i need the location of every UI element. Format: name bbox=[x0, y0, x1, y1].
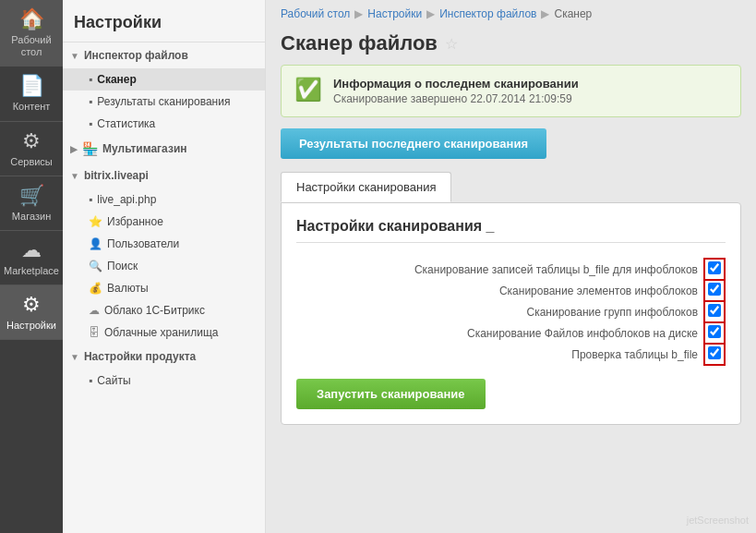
tree-group-header-liveapi[interactable]: ▼ bitrix.liveapi bbox=[63, 163, 265, 188]
breadcrumb-inspector[interactable]: Инспектор файлов bbox=[439, 7, 536, 20]
checkbox-label-4: Проверка таблицы b_file bbox=[296, 344, 704, 365]
tab-scan-settings[interactable]: Настройки сканирования bbox=[281, 172, 451, 202]
arrow-product-settings: ▼ bbox=[70, 352, 79, 362]
checkboxes-table: Сканирование записей таблицы b_file для … bbox=[296, 258, 726, 366]
tree-item-cloud-storage[interactable]: 🗄 Облачные хранилища bbox=[63, 321, 265, 344]
favorite-star-icon[interactable]: ☆ bbox=[445, 35, 458, 53]
breadcrumb-desktop[interactable]: Рабочий стол bbox=[281, 7, 350, 20]
checkbox-1[interactable] bbox=[708, 283, 721, 296]
breadcrumb-settings[interactable]: Настройки bbox=[367, 7, 422, 20]
tree-item-label-cloud-bitrix: Облако 1С-Битрикс bbox=[104, 304, 205, 317]
arrow-inspector: ▼ bbox=[70, 51, 79, 61]
marketplace-icon: ☁ bbox=[21, 238, 42, 262]
checkbox-2[interactable] bbox=[708, 304, 721, 317]
watermark: jetScreenshot bbox=[687, 515, 749, 526]
tree-group-liveapi: ▼ bitrix.liveapi ▪ live_api.php ⭐ Избран… bbox=[63, 163, 265, 344]
checkbox-label-2: Сканирование групп инфоблоков bbox=[296, 301, 704, 322]
checkbox-cell-3 bbox=[704, 322, 725, 344]
tree-item-label-sites: Сайты bbox=[97, 374, 130, 387]
sidebar-item-settings[interactable]: ⚙ Настройки bbox=[0, 285, 63, 340]
sidebar-label-desktop: Рабочий стол bbox=[4, 34, 59, 58]
main-area: Настройки ▼ Инспектор файлов ▪ Сканер ▪ … bbox=[63, 0, 756, 533]
info-title: Информация о последнем сканировании bbox=[333, 77, 579, 91]
tree-item-label-cloud-storage: Облачные хранилища bbox=[104, 326, 219, 339]
page-title: Сканер файлов bbox=[281, 31, 438, 55]
tree-item-label-search: Поиск bbox=[107, 260, 138, 273]
tree-panel: Настройки ▼ Инспектор файлов ▪ Сканер ▪ … bbox=[63, 0, 266, 533]
breadcrumb-sep-3: ▶ bbox=[541, 7, 549, 20]
checkbox-cell-4 bbox=[704, 344, 725, 365]
sidebar-item-content[interactable]: 📄 Контент bbox=[0, 67, 63, 121]
breadcrumb: Рабочий стол ▶ Настройки ▶ Инспектор фай… bbox=[266, 0, 756, 28]
checkbox-label-3: Сканирование Файлов инфоблоков на диске bbox=[296, 322, 704, 344]
info-box: ✅ Информация о последнем сканировании Ск… bbox=[281, 65, 741, 117]
content-icon: 📄 bbox=[19, 74, 44, 98]
tree-item-label-liveapi-php: live_api.php bbox=[97, 193, 156, 206]
checkbox-label-0: Сканирование записей таблицы b_file для … bbox=[296, 259, 704, 280]
checkbox-row-2: Сканирование групп инфоблоков bbox=[296, 301, 725, 322]
sidebar-item-shop[interactable]: 🛒 Магазин bbox=[0, 176, 63, 231]
tree-item-liveapi-php[interactable]: ▪ live_api.php bbox=[63, 188, 265, 211]
tree-item-label-currencies: Валюты bbox=[107, 282, 149, 295]
scanner-icon: ▪ bbox=[89, 73, 92, 86]
sidebar-label-marketplace: Marketplace bbox=[4, 265, 59, 277]
sidebar-item-desktop[interactable]: 🏠 Рабочий стол bbox=[0, 0, 63, 67]
tree-group-header-multistore[interactable]: ▶ 🏪 Мультимагазин bbox=[63, 135, 265, 163]
arrow-liveapi: ▼ bbox=[70, 171, 79, 181]
checkbox-row-4: Проверка таблицы b_file bbox=[296, 344, 725, 365]
sidebar-item-marketplace[interactable]: ☁ Marketplace bbox=[0, 231, 63, 285]
tree-group-header-inspector[interactable]: ▼ Инспектор файлов bbox=[63, 42, 265, 68]
run-scan-button[interactable]: Запустить сканирование bbox=[296, 379, 486, 409]
info-subtitle: Сканирование завершено 22.07.2014 21:09:… bbox=[333, 92, 579, 105]
tree-item-label-favorites: Избранное bbox=[107, 215, 163, 228]
results-button[interactable]: Результаты последнего сканирования bbox=[281, 128, 546, 159]
tree-item-statistics[interactable]: ▪ Статистика bbox=[63, 113, 265, 135]
checkbox-cell-2 bbox=[704, 301, 725, 322]
checkbox-row-0: Сканирование записей таблицы b_file для … bbox=[296, 259, 725, 280]
tree-item-favorites[interactable]: ⭐ Избранное bbox=[63, 211, 265, 233]
settings-panel: Настройки сканирования _ Сканирование за… bbox=[281, 202, 741, 425]
breadcrumb-scanner: Сканер bbox=[554, 7, 592, 20]
storage-icon: 🗄 bbox=[89, 326, 100, 339]
currency-icon: 💰 bbox=[89, 282, 102, 295]
arrow-multistore: ▶ bbox=[70, 144, 78, 154]
tree-item-cloud-bitrix[interactable]: ☁ Облако 1С-Битрикс bbox=[63, 299, 265, 321]
settings-icon: ⚙ bbox=[22, 293, 41, 317]
sidebar-item-services[interactable]: ⚙ Сервисы bbox=[0, 122, 63, 176]
tree-item-sites[interactable]: ▪ Сайты bbox=[63, 369, 265, 392]
checkbox-cell-1 bbox=[704, 280, 725, 301]
scan-results-icon: ▪ bbox=[89, 95, 92, 108]
users-icon: 👤 bbox=[89, 237, 102, 250]
tree-group-multistore: ▶ 🏪 Мультимагазин bbox=[63, 135, 265, 163]
checkbox-4[interactable] bbox=[708, 346, 721, 359]
cloud-icon: ☁ bbox=[89, 304, 100, 317]
tree-group-product-settings: ▼ Настройки продукта ▪ Сайты bbox=[63, 344, 265, 392]
tree-group-header-product-settings[interactable]: ▼ Настройки продукта bbox=[63, 344, 265, 369]
checkbox-3[interactable] bbox=[708, 325, 721, 338]
tree-item-label-scanner: Сканер bbox=[97, 73, 137, 86]
tree-item-label-statistics: Статистика bbox=[97, 117, 155, 130]
check-icon: ✅ bbox=[294, 77, 322, 103]
tab-scan-settings-label: Настройки сканирования bbox=[296, 180, 436, 194]
tree-item-scanner[interactable]: ▪ Сканер bbox=[63, 68, 265, 91]
checkbox-0[interactable] bbox=[708, 261, 721, 274]
tree-item-users[interactable]: 👤 Пользователи bbox=[63, 233, 265, 255]
tree-item-label-scan-results: Результаты сканирования bbox=[97, 95, 230, 108]
sidebar-label-settings: Настройки bbox=[6, 320, 56, 332]
tree-group-label-liveapi: bitrix.liveapi bbox=[84, 169, 149, 182]
checkbox-row-1: Сканирование элементов инфоблоков bbox=[296, 280, 725, 301]
tree-group-label-inspector: Инспектор файлов bbox=[84, 49, 188, 62]
tree-item-currencies[interactable]: 💰 Валюты bbox=[63, 277, 265, 299]
tree-group-label-product-settings: Настройки продукта bbox=[84, 350, 196, 363]
tree-item-search[interactable]: 🔍 Поиск bbox=[63, 255, 265, 277]
content-area: Рабочий стол ▶ Настройки ▶ Инспектор фай… bbox=[266, 0, 756, 533]
content-inner: ✅ Информация о последнем сканировании Ск… bbox=[266, 65, 756, 533]
tree-group-label-multistore: Мультимагазин bbox=[102, 142, 187, 155]
liveapi-php-icon: ▪ bbox=[89, 193, 92, 206]
tree-item-scan-results[interactable]: ▪ Результаты сканирования bbox=[63, 91, 265, 113]
tree-group-inspector: ▼ Инспектор файлов ▪ Сканер ▪ Результаты… bbox=[63, 42, 265, 135]
tree-item-label-users: Пользователи bbox=[107, 237, 179, 250]
multistore-icon: 🏪 bbox=[82, 141, 98, 156]
page-header: Сканер файлов ☆ bbox=[266, 28, 756, 65]
desktop-icon: 🏠 bbox=[19, 7, 44, 31]
